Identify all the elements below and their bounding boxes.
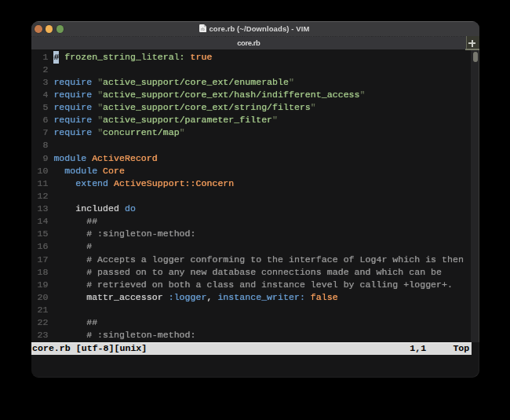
svg-text:rb: rb bbox=[201, 27, 205, 31]
